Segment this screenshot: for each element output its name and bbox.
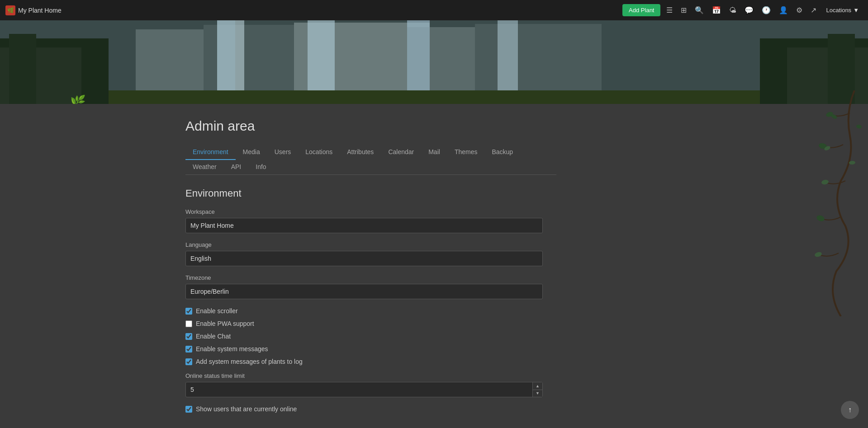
locations-dropdown-button[interactable]: Locations ▼ [822,5,863,15]
grid-icon-button[interactable]: ⊞ [678,4,689,16]
checkbox-enable-chat: Enable Chat [185,333,556,340]
tab-calendar[interactable]: Calendar [381,145,421,160]
svg-rect-11 [0,90,868,104]
chat-icon-button[interactable]: 💬 [742,4,756,16]
enable-chat-label[interactable]: Enable Chat [196,333,231,340]
settings-icon-button[interactable]: ⚙ [794,4,805,16]
language-group: Language [185,241,556,266]
topnav-actions: Add Plant ☰ ⊞ 🔍 📅 🌤 💬 🕐 👤 ⚙ ↗ Locations … [622,4,863,16]
workspace-group: Workspace [185,208,556,233]
export-icon-button[interactable]: ↗ [808,4,819,16]
number-spinners: ▲ ▼ [532,382,542,397]
show-users-online-checkbox[interactable] [185,406,192,413]
tab-media[interactable]: Media [236,145,267,160]
checkbox-enable-scroller: Enable scroller [185,307,556,315]
tab-api[interactable]: API [224,160,249,175]
user-icon-button[interactable]: 👤 [777,4,790,16]
enable-scroller-label[interactable]: Enable scroller [196,307,238,315]
spinner-up-button[interactable]: ▲ [533,382,542,390]
online-status-group: Online status time limit ▲ ▼ [185,372,556,397]
checkbox-enable-system-messages: Enable system messages [185,345,556,353]
main-content: Admin area Environment Media Users Locat… [0,104,868,428]
top-navigation: 🌿 My Plant Home Add Plant ☰ ⊞ 🔍 📅 🌤 💬 🕐 … [0,0,868,20]
hero-background: 🌿 [0,20,868,104]
enable-chat-checkbox[interactable] [185,333,192,340]
tab-locations[interactable]: Locations [298,145,340,160]
checkbox-add-system-messages-log: Add system messages of plants to log [185,358,556,365]
arrow-up-icon: ↑ [848,406,852,414]
enable-pwa-checkbox[interactable] [185,320,192,327]
tab-environment[interactable]: Environment [185,145,236,160]
workspace-input[interactable] [185,218,543,233]
brand-icon: 🌿 [5,5,15,15]
section-title: Environment [185,188,556,199]
brand: 🌿 My Plant Home [5,5,62,15]
timezone-label: Timezone [185,274,556,281]
checkbox-show-users: Show users that are currently online [185,405,556,413]
svg-rect-16 [787,47,868,104]
timezone-group: Timezone [185,274,556,299]
enable-system-messages-label[interactable]: Enable system messages [196,345,268,353]
add-plant-button[interactable]: Add Plant [622,4,660,16]
hero-banner: 🌿 [0,20,868,104]
language-input[interactable] [185,251,543,266]
chevron-down-icon: ▼ [853,7,859,14]
show-users-online-label[interactable]: Show users that are currently online [196,405,297,413]
enable-system-messages-checkbox[interactable] [185,346,192,353]
scroll-to-top-button[interactable]: ↑ [841,401,859,419]
online-status-input[interactable] [185,382,543,397]
tab-attributes[interactable]: Attributes [340,145,381,160]
svg-rect-14 [9,34,36,104]
add-system-messages-log-label[interactable]: Add system messages of plants to log [196,358,303,365]
weather-icon-button[interactable]: 🌤 [727,5,739,16]
add-system-messages-log-checkbox[interactable] [185,358,192,365]
page-title: Admin area [185,118,556,134]
tab-mail[interactable]: Mail [421,145,447,160]
search-icon-button[interactable]: 🔍 [693,4,706,16]
history-icon-button[interactable]: 🕐 [759,4,773,16]
tab-info[interactable]: Info [248,160,273,175]
list-icon-button[interactable]: ☰ [664,4,675,16]
online-status-input-wrapper: ▲ ▼ [185,382,543,397]
tab-themes[interactable]: Themes [447,145,485,160]
spinner-down-button[interactable]: ▼ [533,390,542,397]
environment-section: Environment Workspace Language Timezone … [185,188,556,413]
enable-scroller-checkbox[interactable] [185,308,192,315]
content-area: Admin area Environment Media Users Locat… [167,104,574,428]
plant-logo: 🌿 [70,96,86,104]
tab-users[interactable]: Users [267,145,299,160]
tab-backup[interactable]: Backup [484,145,520,160]
svg-rect-17 [828,34,855,104]
workspace-label: Workspace [185,208,556,215]
checkbox-enable-pwa: Enable PWA support [185,320,556,327]
admin-tabs: Environment Media Users Locations Attrib… [185,145,556,175]
brand-name: My Plant Home [18,7,62,14]
online-status-label: Online status time limit [185,372,556,379]
language-label: Language [185,241,556,248]
calendar-icon-button[interactable]: 📅 [710,4,723,16]
tab-weather[interactable]: Weather [185,160,224,175]
timezone-input[interactable] [185,284,543,299]
enable-pwa-label[interactable]: Enable PWA support [196,320,254,327]
